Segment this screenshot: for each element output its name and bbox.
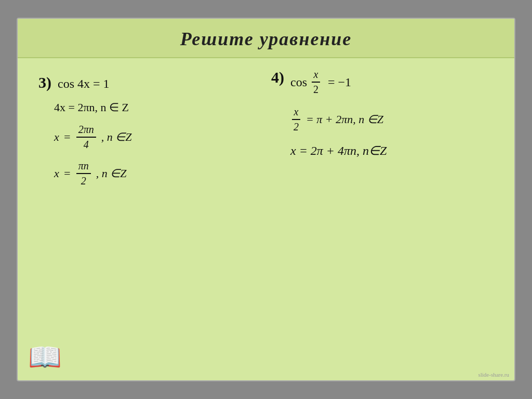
problem4-row: 4) cos x 2 = −1 x [271, 69, 494, 158]
problem4-step2-text: x = 2π + 4πn, n∈Z [290, 143, 387, 158]
book-emoji: 📖 [28, 341, 62, 373]
slide: Решите уравнение 3) cos 4x = 1 4x = 2πn,… [17, 18, 515, 381]
problem4-step1-frac-den: 2 [291, 120, 301, 133]
header-title: Решите уравнение [180, 29, 352, 49]
left-column: 3) cos 4x = 1 4x = 2πn, n ∈ Z x = 2πn 4 … [38, 69, 261, 370]
problem4-eq-frac-den: 2 [311, 83, 321, 96]
problem4-step1-rhs: = π + 2πn, n ∈Z [306, 113, 383, 126]
problem3-step3-frac: πn 2 [76, 160, 91, 187]
right-column: 4) cos x 2 = −1 x [271, 69, 494, 370]
problem3-step2-x: x [54, 130, 59, 144]
problem3-step2-suffix: , n ∈Z [101, 130, 132, 144]
problem3-number: 3) [38, 74, 51, 91]
watermark: slide-share.ru [478, 371, 509, 378]
problem4-eq-frac-num: x [312, 69, 321, 83]
problem4-eq-frac: x 2 [311, 69, 321, 96]
problem4-step2: x = 2π + 4πn, n∈Z [290, 143, 387, 158]
problem4-number: 4) [271, 69, 284, 86]
problem4-cos: cos [290, 75, 307, 89]
problem3-step2-frac: 2πn 4 [76, 124, 96, 151]
problem4-equation: cos x 2 = −1 [290, 69, 387, 96]
problem3-step2: x = 2πn 4 , n ∈Z [54, 124, 261, 151]
problem3-step3-x: x [54, 167, 59, 180]
book-icon: 📖 [28, 341, 70, 373]
problem3-step3-suffix: , n ∈Z [96, 167, 127, 180]
problem3-step3-num: πn [76, 160, 91, 174]
problem3-step3: x = πn 2 , n ∈Z [54, 160, 261, 187]
problem3-row: 3) cos 4x = 1 [38, 74, 261, 91]
problem3-step2-den: 4 [82, 138, 91, 151]
problem4-step1-frac-num: x [292, 106, 301, 120]
problem4-step1: x 2 = π + 2πn, n ∈Z [290, 106, 387, 133]
problem3-step3-eq: = [63, 167, 71, 180]
content: 3) cos 4x = 1 4x = 2πn, n ∈ Z x = 2πn 4 … [18, 58, 514, 380]
problem3-equation: cos 4x = 1 [58, 77, 110, 91]
problem3-step1-text: 4x = 2πn, n ∈ Z [54, 101, 129, 114]
problem4-eq-rhs: = −1 [328, 75, 351, 89]
problem3-step2-eq: = [63, 130, 71, 144]
problem3-step3-den: 2 [79, 174, 88, 187]
problem4-step1-frac: x 2 [291, 106, 301, 133]
problem3-step2-num: 2πn [76, 124, 96, 138]
header: Решите уравнение [18, 19, 514, 58]
problem4-content: cos x 2 = −1 x 2 = π + 2πn, n ∈Z [290, 69, 387, 158]
problem3-step1: 4x = 2πn, n ∈ Z [54, 101, 261, 114]
